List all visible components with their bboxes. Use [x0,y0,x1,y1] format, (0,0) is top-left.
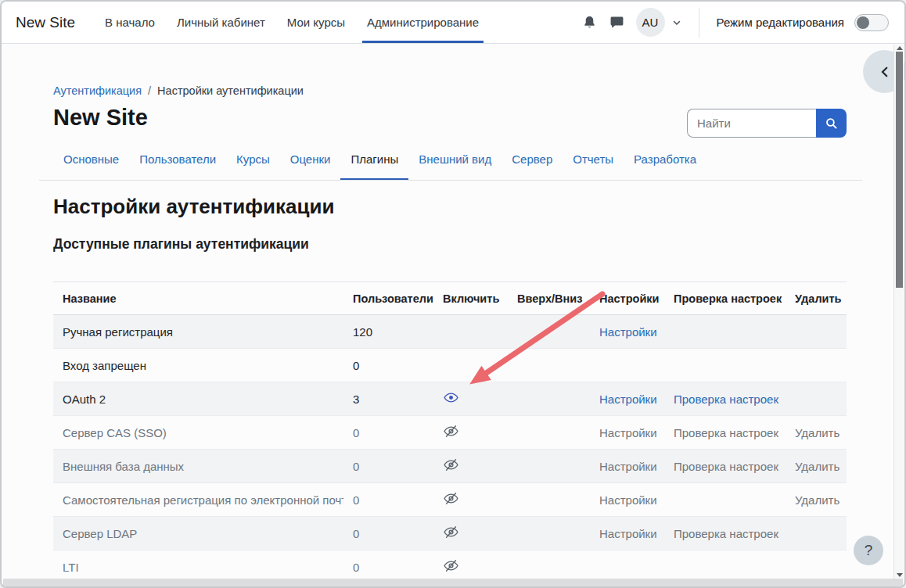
auth-plugins-table: НазваниеПользователиВключитьВверх/ВнизНа… [53,281,847,584]
plugin-name-cell: Сервер LDAP [53,527,343,540]
column-header: Пользователи [343,292,433,305]
vertical-scrollbar[interactable] [893,45,904,579]
disabled-eye-slash-icon[interactable] [443,525,458,540]
settings-link[interactable]: Настройки [599,325,657,339]
test-settings-link[interactable]: Проверка настроек [674,527,778,540]
test-settings-cell: Проверка настроек [664,527,786,540]
table-header-row: НазваниеПользователиВключитьВверх/ВнизНа… [53,282,847,315]
users-count-cell: 3 [343,393,433,406]
tab[interactable]: Пользователи [129,151,226,181]
table-row: Сервер LDAP0НастройкиПроверка настроек [53,517,847,550]
tab[interactable]: Сервер [502,151,563,181]
tab[interactable]: Отчеты [563,151,624,181]
table-row: Ручная регистрация120Настройки [53,315,847,349]
plugin-name-cell: Самостоятельная регистрация по электронн… [53,493,343,507]
navbar-divider [699,8,699,38]
tab-active[interactable]: Плагины [340,151,408,181]
site-brand[interactable]: New Site [16,2,75,43]
enable-cell [433,390,508,408]
delete-cell: Удалить [786,426,847,439]
breadcrumb: Аутентификация / Настройки аутентификаци… [53,84,304,97]
test-settings-cell: Проверка настроек [664,460,786,473]
settings-cell: Настройки [590,493,664,507]
test-settings-link[interactable]: Проверка настроек [674,460,778,473]
nav-item[interactable]: Мои курсы [276,2,356,43]
test-settings-link[interactable]: Проверка настроек [674,426,778,439]
users-count-cell: 0 [343,561,433,574]
plugin-name-cell: LTI [53,561,343,574]
settings-link[interactable]: Настройки [599,460,657,473]
scroll-up-icon[interactable] [897,46,903,50]
delete-link[interactable]: Удалить [795,460,839,473]
plugin-name-cell: Внешняя база данных [53,460,343,473]
top-navbar: New Site В началоЛичный кабинетМои курсы… [2,2,904,44]
users-count-cell: 0 [343,426,433,439]
delete-link[interactable]: Удалить [795,493,839,507]
test-settings-link[interactable]: Проверка настроек [674,393,778,406]
column-header: Проверка настроек [664,292,786,305]
user-menu-chevron-down-icon[interactable] [672,18,681,27]
delete-cell: Удалить [786,460,847,473]
user-avatar[interactable]: AU [636,8,665,37]
disabled-eye-slash-icon[interactable] [443,558,458,574]
plugin-name-cell: Сервер CAS (SSO) [53,426,343,439]
tab[interactable]: Курсы [226,151,280,181]
tab[interactable]: Основные [53,151,129,181]
enable-cell [433,424,508,442]
help-button[interactable]: ? [854,536,883,565]
nav-item[interactable]: Личный кабинет [166,2,276,43]
enable-cell [433,457,508,475]
settings-cell: Настройки [590,325,664,339]
notifications-bell-icon[interactable] [581,14,599,31]
plugin-name-cell: OAuth 2 [53,393,343,406]
primary-nav: В началоЛичный кабинетМои курсыАдминистр… [94,2,490,43]
column-header: Удалить [786,292,847,305]
messages-chat-icon[interactable] [609,14,626,31]
enable-cell [433,558,508,576]
test-settings-cell: Проверка настроек [664,426,786,439]
settings-cell: Настройки [590,393,664,406]
section-subheading: Доступные плагины аутентификации [53,236,309,253]
site-search [687,109,847,138]
search-button[interactable] [816,109,847,138]
section-heading: Настройки аутентификации [53,195,334,219]
search-input[interactable] [687,109,816,138]
disabled-eye-slash-icon[interactable] [443,457,458,473]
settings-link[interactable]: Настройки [599,493,657,507]
breadcrumb-current: Настройки аутентификации [157,84,304,97]
column-header: Включить [433,292,508,305]
tab[interactable]: Разработка [624,151,706,181]
disabled-eye-slash-icon[interactable] [443,491,458,507]
settings-link[interactable]: Настройки [599,426,657,439]
scrollbar-thumb[interactable] [896,52,903,288]
disabled-eye-slash-icon[interactable] [443,424,458,439]
plugin-name-cell: Вход запрещен [53,359,343,372]
horizontal-scrollbar-track[interactable] [3,579,903,586]
table-row: OAuth 23НастройкиПроверка настроек [53,382,847,416]
scroll-down-icon[interactable] [897,573,903,577]
edit-mode-toggle[interactable] [854,14,889,31]
delete-link[interactable]: Удалить [795,426,839,439]
tab[interactable]: Оценки [280,151,341,181]
page-title: New Site [53,105,148,131]
tab[interactable]: Внешний вид [408,151,502,181]
breadcrumb-link-authentication[interactable]: Аутентификация [53,84,142,97]
users-count-cell: 0 [343,460,433,473]
settings-link[interactable]: Настройки [599,527,657,540]
table-row: Самостоятельная регистрация по электронн… [53,483,847,517]
plugin-name-cell: Ручная регистрация [53,325,343,339]
settings-cell: Настройки [590,460,664,473]
enabled-eye-icon[interactable] [443,390,458,406]
nav-item[interactable]: В начало [94,2,166,43]
users-count-cell: 0 [343,527,433,540]
settings-link[interactable]: Настройки [599,393,657,406]
navbar-right: AU Режим редактирования [581,2,889,43]
chevron-left-icon [878,65,892,79]
table-row: Сервер CAS (SSO)0НастройкиПроверка настр… [53,416,847,450]
toggle-knob [857,16,869,29]
nav-item-active[interactable]: Администрирование [356,2,490,43]
tabs-divider [39,180,862,181]
column-header: Вверх/Вниз [508,292,590,305]
search-icon [825,117,838,130]
test-settings-cell: Проверка настроек [664,393,786,406]
